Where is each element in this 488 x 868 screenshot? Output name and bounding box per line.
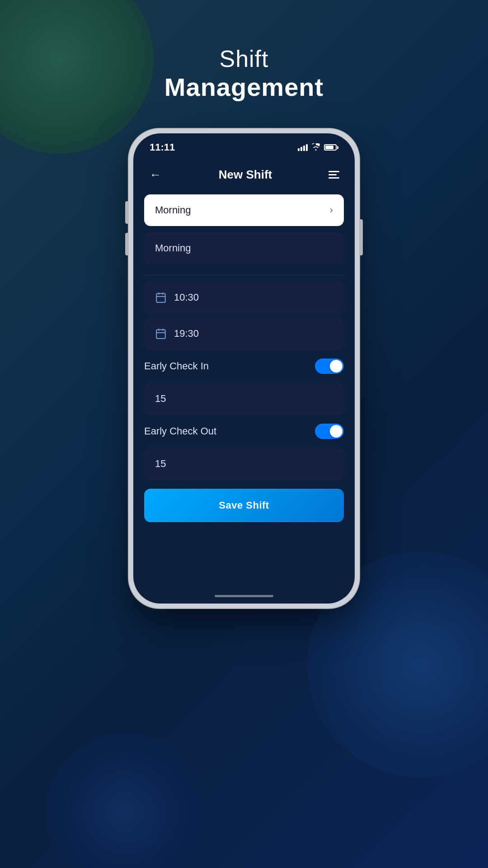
early-check-out-value: 15: [155, 458, 166, 470]
early-check-out-row: Early Check Out: [144, 419, 344, 443]
separator-1: [144, 275, 344, 275]
early-check-in-value: 15: [155, 393, 166, 405]
home-bar: [215, 595, 273, 597]
svg-rect-0: [156, 293, 165, 302]
calendar-icon: [155, 292, 167, 303]
early-check-out-label: Early Check Out: [144, 425, 216, 437]
early-check-in-label: Early Check In: [144, 360, 209, 372]
bg-decoration-green: [0, 0, 154, 154]
toggle-knob: [330, 360, 343, 373]
shift-type-selector[interactable]: Morning ›: [144, 194, 344, 226]
phone-notch: [212, 134, 276, 144]
home-indicator: [133, 591, 355, 604]
chevron-right-icon: ›: [330, 204, 333, 216]
list-view-button[interactable]: [326, 167, 342, 183]
early-check-in-row: Early Check In: [144, 354, 344, 378]
wifi-icon: [311, 143, 320, 152]
battery-icon: [324, 144, 338, 151]
app-content: Morning › Morning 10:30: [133, 194, 355, 591]
back-button[interactable]: ←: [146, 164, 165, 185]
status-time: 11:11: [150, 142, 175, 153]
shift-type-value: Morning: [155, 204, 191, 216]
header-title: New Shift: [219, 168, 272, 182]
start-time-value: 10:30: [174, 292, 199, 303]
phone-frame: 11:11 ← New: [129, 129, 359, 608]
start-time-input[interactable]: 10:30: [144, 282, 344, 313]
shift-name-value: Morning: [155, 242, 191, 254]
end-time-value: 19:30: [174, 328, 199, 340]
page-title-area: Shift Management: [164, 45, 324, 102]
svg-rect-4: [156, 330, 165, 339]
calendar-icon-2: [155, 328, 167, 340]
list-icon-line: [328, 174, 337, 175]
list-icon-line: [328, 171, 339, 172]
shift-name-input[interactable]: Morning: [144, 232, 344, 264]
list-icon-line: [328, 177, 339, 179]
list-icon: [328, 171, 339, 179]
toggle-knob-2: [330, 425, 343, 438]
page-title-bold: Management: [164, 72, 324, 102]
end-time-input[interactable]: 19:30: [144, 318, 344, 349]
page-title-light: Shift: [164, 45, 324, 72]
signal-icon: [298, 144, 308, 151]
early-check-in-toggle[interactable]: [315, 359, 344, 374]
status-icons: [298, 143, 338, 152]
save-shift-button[interactable]: Save Shift: [144, 489, 344, 522]
early-check-in-minutes[interactable]: 15: [144, 383, 344, 415]
bg-decoration-blue-bottom: [45, 732, 203, 868]
app-header: ← New Shift: [133, 157, 355, 194]
early-check-out-toggle[interactable]: [315, 424, 344, 439]
phone-screen: 11:11 ← New: [133, 133, 355, 604]
early-check-out-minutes[interactable]: 15: [144, 448, 344, 480]
